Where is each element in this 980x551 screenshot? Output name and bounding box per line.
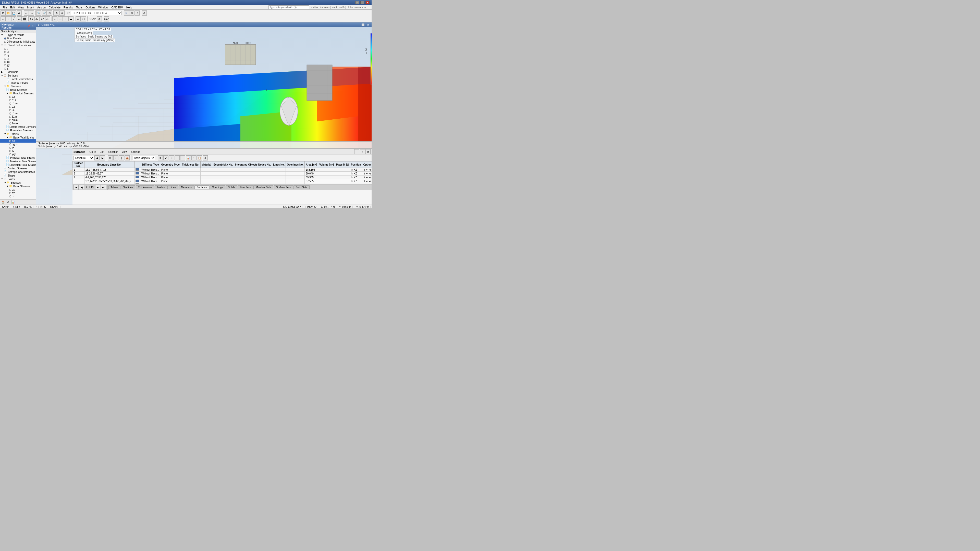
pagination-prev[interactable]: ◀ — [79, 185, 84, 190]
statusbar-grid[interactable]: GRID — [12, 206, 21, 208]
basic-objects-selector[interactable]: Basic Objects — [132, 156, 155, 160]
tree-sigma1m2[interactable]: σ1,m — [0, 112, 36, 115]
menu-tools[interactable]: Tools — [74, 6, 84, 9]
menu-insert[interactable]: Insert — [25, 6, 36, 9]
tree-solids[interactable]: ▼ 📋 Solids — [0, 177, 36, 181]
tree-diff-initial[interactable]: Differences to initial state — [0, 40, 36, 43]
tb-mesh[interactable]: ⊞ — [129, 11, 134, 16]
viewport-close-btn[interactable]: ✕ — [366, 23, 370, 27]
tb-show-lines[interactable]: — — [58, 16, 63, 21]
th-surface-no[interactable]: SurfaceNo. — [73, 162, 84, 168]
tree-sigma2m[interactable]: σ2- — [0, 105, 36, 108]
tab-surfaces[interactable]: Surfaces — [194, 186, 209, 189]
tb-view-yz[interactable]: YZ — [40, 16, 45, 21]
tree-members[interactable]: ▶ 📋 Members — [0, 70, 36, 74]
tb-show-nodes[interactable]: ○ — [52, 16, 57, 21]
tb-select[interactable]: ▸ — [0, 16, 6, 21]
th-area[interactable]: Area [m²] — [305, 162, 318, 168]
tree-global-deformations[interactable]: ▼ 📋 Global Deformations — [0, 43, 36, 47]
nav-btn-1[interactable]: 🏠 — [1, 200, 5, 204]
structure-selector[interactable]: Structure — [73, 156, 94, 160]
tab-surface-sets[interactable]: Surface Sets — [274, 186, 293, 189]
viewport-maximize-btn[interactable]: ⬜ — [361, 23, 365, 27]
tree-ex-minus[interactable]: εx- — [0, 146, 36, 149]
tree-equiv-stress[interactable]: 📄 Equivalent Stresses — [0, 129, 36, 132]
tree-solids-basic-stresses[interactable]: ▼ 📁 Basic Stresses — [0, 184, 36, 188]
tree-type-of-results[interactable]: ▼ 📋 Type of results — [0, 33, 36, 37]
tb-zoom-out[interactable]: 🔎 — [41, 11, 47, 16]
tab-member-sets[interactable]: Member Sets — [253, 186, 273, 189]
tree-tmax[interactable]: Tmax — [0, 122, 36, 125]
th-color[interactable] — [135, 162, 140, 168]
tb-table-x[interactable]: ✕ — [169, 156, 174, 160]
data-table-container[interactable]: SurfaceNo. Boundary Lines No. Stiffness … — [73, 161, 372, 184]
th-geometry-type[interactable]: Geometry Type — [160, 162, 181, 168]
tb-rotate[interactable]: ↻ — [54, 11, 59, 16]
panel-menu-selection[interactable]: Selection — [106, 150, 120, 154]
menu-view[interactable]: View — [17, 6, 26, 9]
pagination-next[interactable]: ▶ — [95, 185, 100, 190]
table-row[interactable]: 4 4-9,268,37-58,270 Without Thick... Pla… — [73, 176, 372, 179]
panel-close-btn[interactable]: ✕ — [366, 149, 371, 154]
statusbar-osnap[interactable]: OSNAP — [49, 206, 60, 208]
tb-undo[interactable]: ↩ — [24, 11, 29, 16]
th-mass[interactable]: Mass M [t] — [335, 162, 350, 168]
tb-snap-toggle[interactable]: ⊕ — [97, 16, 102, 21]
tree-solid-sy[interactable]: σy — [0, 191, 36, 195]
tree-phi-y[interactable]: φy — [0, 64, 36, 67]
tb-result-view[interactable]: R — [124, 11, 129, 16]
th-options[interactable]: Options — [362, 162, 372, 168]
tree-strains[interactable]: ▼ 📁 Strains — [0, 132, 36, 136]
tb-table-columns[interactable]: | — [119, 156, 124, 160]
menu-assign[interactable]: Assign — [36, 6, 47, 9]
nav-btn-3[interactable]: 📊 — [11, 200, 15, 204]
tab-lines[interactable]: Lines — [167, 186, 178, 189]
tree-ey-minus[interactable]: εy- — [0, 149, 36, 152]
minimize-button[interactable]: ─ — [355, 1, 360, 4]
tb-deform[interactable]: ⤴ — [135, 11, 140, 16]
tb-save[interactable]: 💾 — [11, 11, 16, 16]
navigator-close-btn[interactable]: ✕ — [31, 24, 35, 28]
table-row[interactable]: 5 1,2,14,271,70-65,28-13,66,69,262,265,2… — [73, 179, 372, 183]
table-row[interactable]: 1 16,17,28,65-47,18 Without Thick... Pla… — [73, 168, 372, 171]
panel-maximize-btn[interactable]: □ — [360, 149, 365, 154]
tab-openings[interactable]: Openings — [210, 186, 225, 189]
tree-surfaces[interactable]: ▼ 📋 Surfaces — [0, 74, 36, 77]
statusbar-bgrid[interactable]: BGRID — [23, 206, 33, 208]
search-input[interactable] — [269, 5, 309, 9]
menu-edit[interactable]: Edit — [9, 6, 17, 9]
tab-tables[interactable]: Tables — [108, 186, 121, 189]
statusbar-snap[interactable]: SNAP — [1, 206, 10, 208]
tb-view-xz[interactable]: XZ — [35, 16, 40, 21]
th-lines-no[interactable]: Lines No. — [272, 162, 286, 168]
tb-table-minus[interactable]: − — [180, 156, 185, 160]
tb-wireframe[interactable]: ⬡ — [81, 16, 86, 21]
tree-theta-c[interactable]: θc — [0, 108, 36, 112]
th-thickness[interactable]: Thickness No. — [181, 162, 200, 168]
tb-fit-view[interactable]: ⊡ — [47, 11, 52, 16]
tree-stresses[interactable]: ▼ 📁 Stresses — [0, 84, 36, 88]
tree-sigmamax[interactable]: σmax — [0, 118, 36, 122]
navigator-pin-btn[interactable]: 📌 — [27, 24, 30, 28]
tree-ux[interactable]: ux — [0, 50, 36, 54]
menu-results[interactable]: Results — [62, 6, 75, 9]
tab-members[interactable]: Members — [179, 186, 194, 189]
tree-eyy-plus[interactable]: εyy + — [0, 143, 36, 146]
tree-sigma1plus[interactable]: σ1+ — [0, 98, 36, 102]
panel-menu-view[interactable]: View — [120, 150, 129, 154]
tb-view-3d[interactable]: 3D — [45, 16, 50, 21]
lc-selector[interactable]: CO2: LC1 + LC2 + LC3 + LC4 — [71, 11, 122, 15]
tree-basic-stresses[interactable]: 📄 Basic Stresses — [0, 88, 36, 92]
tb-zoom-in[interactable]: 🔍 — [36, 11, 41, 16]
tree-equiv-strains[interactable]: 📄 Equivalent Total Strains — [0, 163, 36, 167]
viewport[interactable]: 1 - Global XYZ ⬜ ✕ CO2: LC1 + LC2 + LC3 … — [36, 22, 372, 205]
tab-solid-sets[interactable]: Solid Sets — [293, 186, 310, 189]
pagination-first[interactable]: |◀ — [73, 185, 79, 190]
tree-shape[interactable]: 📄 Shape — [0, 174, 36, 177]
tree-sigma2plus[interactable]: σ2,+ — [0, 95, 36, 98]
nav-btn-2[interactable]: ⚙ — [6, 200, 10, 204]
tb-table-plus[interactable]: + — [175, 156, 180, 160]
menu-options[interactable]: Options — [84, 6, 97, 9]
tree-solids-stresses[interactable]: ▼ 📁 Stresses — [0, 181, 36, 184]
tb-surface[interactable]: ▭ — [17, 16, 22, 21]
